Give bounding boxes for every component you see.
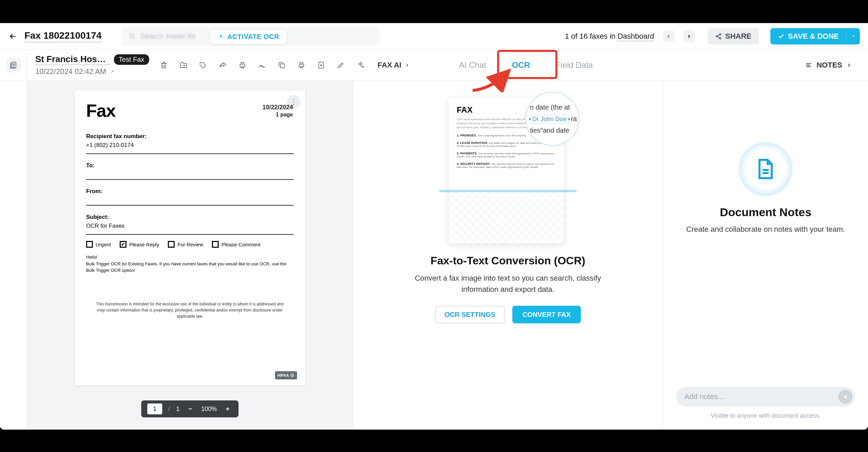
document-title[interactable]: Fax 18022100174 xyxy=(24,30,101,42)
svg-rect-6 xyxy=(280,64,284,68)
notes-footer: Visible to anyone with document access. xyxy=(663,412,868,419)
tag-icon xyxy=(199,61,207,69)
fax-body: Hello! Bulk Trigger OCR for Existing Fax… xyxy=(86,254,294,274)
folder-move-icon xyxy=(179,61,188,69)
notes-placeholder: Add notes... xyxy=(684,392,724,401)
ocr-title: Fax-to-Text Conversion (OCR) xyxy=(431,255,585,267)
notes-panel-toggle[interactable]: NOTES xyxy=(805,61,852,70)
timestamp: 10/22/2024 02:42 AM xyxy=(35,67,106,76)
tab-ocr[interactable]: OCR xyxy=(510,50,532,81)
svg-rect-5 xyxy=(240,64,245,67)
search-placeholder: Search inside thi xyxy=(140,32,195,41)
forward-button[interactable] xyxy=(218,60,228,70)
check-urgent xyxy=(86,241,93,248)
download-button[interactable] xyxy=(316,60,326,70)
right-panel-tabs: AI Chat OCR Field Data xyxy=(450,50,602,81)
page-total: 1 xyxy=(176,406,179,413)
notes-empty-icon xyxy=(738,142,793,196)
fax-ai-button[interactable]: FAX AI xyxy=(378,61,410,70)
ai-sparkle-button[interactable] xyxy=(355,60,366,70)
ocr-magnifier-icon: n date (the at Dr John Doe ra ties"and d… xyxy=(525,92,579,146)
tag-badge: Test Fax xyxy=(114,54,149,65)
notes-panel: Document Notes Create and collaborate on… xyxy=(663,81,868,430)
fax-meta: St Francis Hospi... Test Fax 10/22/2024 … xyxy=(27,54,149,76)
print-button[interactable] xyxy=(296,60,307,70)
delete-button[interactable] xyxy=(159,60,169,70)
zoom-level: 100% xyxy=(201,406,217,413)
viewer-toolbar: 1 / 1 100% xyxy=(141,400,238,417)
sparkle-icon xyxy=(356,61,364,69)
svg-point-2 xyxy=(716,35,717,37)
fax-page-1[interactable]: ⋮ Fax 10/22/2024 1 page Recipient fax nu… xyxy=(75,90,305,385)
edit-button[interactable] xyxy=(336,60,346,70)
search-wrap: Search inside thi ACTIVATE OCR xyxy=(122,27,379,46)
tab-field-data[interactable]: Field Data xyxy=(554,50,595,81)
ocr-settings-button[interactable]: OCR SETTINGS xyxy=(435,306,505,323)
check-icon xyxy=(778,33,785,40)
sub-header: St Francis Hospi... Test Fax 10/22/2024 … xyxy=(0,50,868,81)
to-label: To: xyxy=(86,162,294,169)
activate-ocr-label: ACTIVATE OCR xyxy=(227,33,279,41)
pager-next-button[interactable] xyxy=(683,31,695,42)
save-done-button[interactable]: SAVE & DONE xyxy=(770,28,846,44)
notes-title: Document Notes xyxy=(720,206,811,219)
ocr-description: Convert a fax image into text so you can… xyxy=(399,272,616,295)
top-bar: Fax 18022100174 Search inside thi ACTIVA… xyxy=(0,23,868,50)
checkbox-row: Urgent Please Reply For Review Please Co… xyxy=(86,241,294,248)
archive-button[interactable] xyxy=(178,60,189,70)
plus-icon xyxy=(225,406,231,412)
open-external-icon[interactable] xyxy=(110,69,115,74)
from-label: From: xyxy=(86,188,294,195)
zoom-in-button[interactable] xyxy=(223,404,233,414)
subject-value: OCR for Faxes xyxy=(86,223,294,229)
forward-icon xyxy=(219,61,227,69)
check-please-comment xyxy=(212,241,219,248)
annotation-arrow-icon xyxy=(471,69,511,92)
recipient-label: Recipient fax number: xyxy=(86,133,294,140)
share-button[interactable]: SHARE xyxy=(708,28,759,44)
ocr-panel: FAX This Lease Agreement shall become ef… xyxy=(353,81,663,430)
fax-ai-label: FAX AI xyxy=(378,61,401,70)
pencil-icon xyxy=(337,61,345,69)
convert-fax-button[interactable]: CONVERT FAX xyxy=(512,306,581,323)
minus-icon xyxy=(187,406,193,412)
svg-point-1 xyxy=(719,34,721,35)
fax-out-button[interactable] xyxy=(237,60,248,70)
signature-icon xyxy=(258,61,266,69)
svg-point-0 xyxy=(130,34,134,38)
page-current-input[interactable]: 1 xyxy=(147,403,162,414)
back-arrow-button[interactable] xyxy=(8,32,18,41)
activate-ocr-button[interactable]: ACTIVATE OCR xyxy=(210,30,287,44)
pager-prev-button[interactable] xyxy=(663,31,674,42)
menu-lines-icon xyxy=(805,61,812,69)
notes-description: Create and collaborate on notes with you… xyxy=(686,224,845,235)
print-icon xyxy=(297,61,305,69)
document-icon xyxy=(753,157,778,181)
save-done-label: SAVE & DONE xyxy=(788,32,839,41)
duplicate-button[interactable] xyxy=(277,60,287,70)
save-done-dropdown[interactable] xyxy=(846,28,860,44)
sparkle-icon xyxy=(218,34,224,40)
share-label: SHARE xyxy=(725,32,751,41)
pager-dashboard-link[interactable]: Dashboard xyxy=(617,32,654,41)
notes-send-button[interactable] xyxy=(838,390,852,404)
document-stack-icon xyxy=(9,61,18,69)
sign-button[interactable] xyxy=(257,60,267,70)
copy-icon xyxy=(278,61,286,69)
tag-button[interactable] xyxy=(198,60,208,70)
notes-input[interactable]: Add notes... xyxy=(676,387,855,407)
left-rail-body xyxy=(0,81,27,430)
pager-text: 1 of 16 faxes in Dashboard xyxy=(565,32,654,41)
trash-icon xyxy=(160,61,168,69)
search-icon xyxy=(129,33,136,40)
chevron-right-icon xyxy=(846,62,852,68)
caret-down-icon xyxy=(851,34,856,39)
check-for-review xyxy=(168,241,175,248)
sender-name[interactable]: St Francis Hospi... xyxy=(35,54,110,65)
document-viewer: ⋮ Fax 10/22/2024 1 page Recipient fax nu… xyxy=(27,81,353,430)
fax-date-block: 10/22/2024 1 page xyxy=(262,104,293,118)
left-rail-toggle[interactable] xyxy=(0,50,27,81)
send-icon xyxy=(842,393,849,400)
ocr-illustration: FAX This Lease Agreement shall become ef… xyxy=(445,91,571,247)
zoom-out-button[interactable] xyxy=(185,404,195,414)
